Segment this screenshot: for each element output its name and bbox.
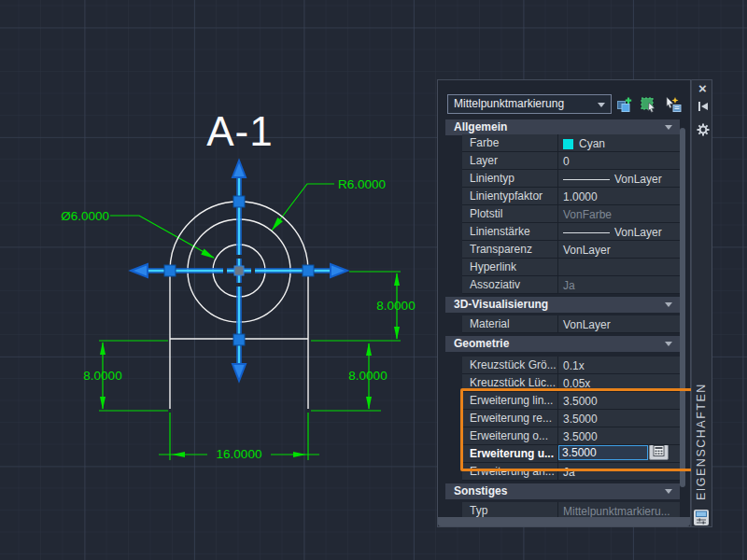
section-allgemein[interactable]: Allgemein: [445, 119, 680, 135]
object-type-select[interactable]: Mittelpunktmarkierung: [447, 94, 612, 114]
dim-text-right-lower: 8.0000: [348, 369, 387, 383]
auto-hide-icon: [698, 101, 709, 112]
calculator-button[interactable]: [649, 445, 669, 460]
settings-button[interactable]: [692, 123, 713, 138]
row-erweiterung-unten: Erweiterung u...: [462, 445, 680, 463]
select-objects-button[interactable]: [641, 96, 657, 113]
row-erweiterung-links: Erweiterung lin... 3.5000: [462, 392, 680, 410]
collapse-arrow-icon: [665, 302, 672, 307]
grip-bottom: [233, 334, 245, 345]
color-swatch: [563, 139, 573, 149]
collapse-arrow-icon: [665, 489, 672, 494]
row-kreuzstueck-groesse: Kreuzstück Grö... 0.1x: [462, 357, 680, 374]
row-erweiterung-rechts: Erweiterung re... 3.5000: [462, 410, 680, 427]
select-objects-icon: [641, 96, 657, 113]
properties-palette-icon: [694, 510, 710, 525]
scrollbar-thumb[interactable]: [680, 128, 685, 487]
grip-right: [303, 265, 314, 276]
row-linienstaerke: Linienstärke VonLayer: [462, 223, 680, 241]
grip-center: [234, 266, 244, 275]
row-plotstil: Plotstil VonFarbe: [462, 205, 680, 223]
row-material: Material VonLayer: [462, 315, 680, 333]
linetype-glyph: [563, 179, 610, 180]
section-geometrie[interactable]: Geometrie: [445, 336, 680, 352]
erweiterung-unten-input[interactable]: [558, 445, 648, 460]
row-erweiterung-anzeigen: Erweiterung an... Ja: [462, 463, 680, 481]
dim-text-left: 8.0000: [83, 369, 121, 383]
grip-top: [233, 196, 245, 207]
dim-text-right-upper: 8.0000: [376, 299, 415, 313]
leader-text-radius: R6.0000: [338, 177, 386, 191]
chevron-down-icon: [598, 103, 605, 107]
row-layer: Layer 0: [462, 152, 680, 170]
lineweight-glyph: [563, 232, 610, 233]
gear-icon: [697, 123, 710, 136]
section-3d-visualisierung[interactable]: 3D-Visualisierung: [445, 297, 680, 313]
palette-titlebar[interactable]: × EIGENSCHAFTEN: [691, 79, 712, 527]
object-type-value: Mittelpunktmarkierung: [454, 97, 564, 110]
row-kreuzstueck-luecke: Kreuzstück Lüc... 0.05x: [462, 374, 680, 392]
row-transparenz: Transparenz VonLayer: [462, 241, 680, 259]
part-label[interactable]: A-1: [206, 108, 273, 154]
quick-select-icon: [665, 96, 682, 113]
collapse-arrow-icon: [665, 125, 672, 130]
palette-title: EIGENSCHAFTEN: [692, 328, 712, 500]
dim-text-bottom: 16.0000: [217, 447, 262, 461]
palette-scrollbar[interactable]: [679, 121, 687, 519]
row-farbe: Farbe Cyan: [462, 134, 680, 152]
palette-resize-bar[interactable]: [438, 517, 690, 526]
toggle-pickadd-button[interactable]: [616, 96, 633, 113]
properties-palette: Mittelpunktmarkierung Allgemein Farbe Cy…: [437, 79, 691, 527]
calculator-icon: [653, 445, 665, 456]
row-hyperlink: Hyperlink: [462, 259, 680, 276]
auto-hide-button[interactable]: [692, 101, 713, 114]
collapse-arrow-icon: [665, 342, 672, 346]
close-button[interactable]: ×: [692, 82, 713, 95]
section-sonstiges[interactable]: Sonstiges: [445, 483, 680, 499]
quick-select-button[interactable]: [665, 96, 682, 113]
row-assoziativ: Assoziativ Ja: [462, 276, 680, 294]
row-erweiterung-oben: Erweiterung o... 3.5000: [462, 427, 680, 445]
row-linientyp: Linientyp VonLayer: [462, 170, 680, 188]
leader-text-diameter: Ø6.0000: [61, 209, 109, 223]
grip-left: [164, 265, 176, 276]
row-linientypfaktor: Linientypfaktor 1.0000: [462, 188, 680, 205]
pickadd-icon: [616, 96, 633, 113]
